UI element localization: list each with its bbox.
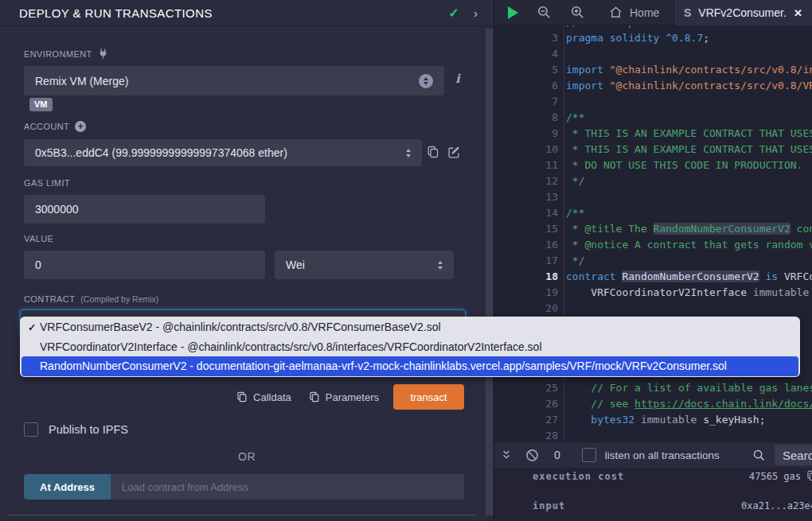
line-number: 3: [494, 30, 558, 46]
line-number: 13: [494, 189, 558, 205]
editor-tabbar: Home S VRFv2Consumer.sol ✕: [494, 0, 812, 25]
contract-dropdown-option[interactable]: RandomNumberConsumerV2 - documentation-g…: [21, 356, 798, 376]
edit-account-icon[interactable]: [447, 146, 461, 159]
tab-home[interactable]: Home: [596, 0, 672, 25]
at-address-input[interactable]: [111, 474, 464, 500]
panel-header: DEPLOY & RUN TRANSACTIONS ✓ ›: [0, 0, 494, 26]
listen-all-transactions-checkbox[interactable]: [582, 448, 596, 462]
panel-divider: [8, 515, 476, 515]
contract-label-row: CONTRACT (Compiled by Remix): [24, 294, 158, 304]
code-line: 12 */: [494, 173, 812, 189]
transact-button[interactable]: transact: [393, 384, 464, 410]
value-unit-select[interactable]: Wei: [275, 251, 454, 279]
line-content: import "@chainlink/contracts/src/v0.8/in…: [564, 62, 812, 78]
account-select[interactable]: 0x5B3...eddC4 (99.99999999999997374068 e…: [24, 139, 422, 166]
line-number: 15: [494, 221, 558, 237]
line-number: 12: [494, 173, 558, 189]
at-address-button[interactable]: At Address: [24, 474, 111, 500]
home-icon: [609, 6, 623, 19]
publish-to-ipfs-checkbox[interactable]: [24, 422, 38, 437]
line-content: /**: [564, 205, 584, 221]
value-label: VALUE: [24, 234, 53, 243]
code-line: 16 * @notice A contract that gets random…: [494, 237, 812, 253]
run-script-play-icon[interactable]: [508, 6, 518, 19]
panel-collapse-chevron-icon[interactable]: ›: [474, 6, 478, 20]
line-number: 9: [494, 126, 558, 142]
gas-limit-input[interactable]: [24, 195, 265, 224]
code-line: 15 * @title The RandomNumberConsumerV2 c…: [494, 221, 812, 237]
add-account-icon[interactable]: +: [75, 121, 86, 132]
code-line: 17 */: [494, 253, 812, 269]
option-label: RandomNumberConsumerV2 - documentation-g…: [40, 360, 727, 372]
code-line: 20: [494, 301, 812, 317]
copy-account-icon[interactable]: [427, 146, 439, 158]
option-check-icon: ✓: [28, 321, 40, 333]
terminal-expand-chevrons-icon[interactable]: [501, 449, 512, 461]
code-line: 6import "@chainlink/contracts/src/v0.8/V…: [494, 78, 812, 94]
tab-vrfv2consumer[interactable]: S VRFv2Consumer.sol ✕: [673, 0, 812, 25]
environment-label-row: ENVIRONMENT: [24, 49, 108, 59]
terminal-body: execution cost 47565 gas input 0xa21...a…: [494, 468, 812, 521]
value-input[interactable]: [24, 251, 265, 279]
contract-sublabel: (Compiled by Remix): [80, 294, 158, 304]
code-line: 11 * DO NOT USE THIS CODE IN PRODUCTION.: [494, 157, 812, 173]
contract-dropdown: ✓VRFConsumerBaseV2 - @chainlink/contract…: [20, 317, 800, 377]
line-number: 7: [494, 94, 558, 110]
plug-icon: [98, 49, 108, 59]
code-line: 13: [494, 189, 812, 205]
code-line: 28: [494, 428, 812, 441]
zoom-out-icon[interactable]: [537, 5, 552, 20]
option-label: VRFConsumerBaseV2 - @chainlink/contracts…: [40, 321, 441, 333]
line-number: 17: [494, 253, 558, 269]
value-label-row: VALUE: [24, 234, 53, 243]
tab-active-label: VRFv2Consumer.sol: [698, 6, 787, 19]
solidity-file-icon: S: [684, 6, 691, 19]
panel-scrollbar[interactable]: [486, 29, 493, 515]
contract-dropdown-option[interactable]: VRFCoordinatorV2Interface - @chainlink/c…: [21, 337, 798, 357]
line-content: import "@chainlink/contracts/src/v0.8/VR…: [564, 78, 812, 94]
code-editor[interactable]: 2// An example of a consumer contract th…: [494, 25, 812, 441]
environment-select[interactable]: Remix VM (Merge): [24, 66, 444, 95]
select-arrows-icon: [419, 74, 433, 88]
code-line: 27 bytes32 immutable s_keyHash;: [494, 412, 812, 428]
account-label-row: ACCOUNT +: [24, 121, 86, 132]
line-number: 6: [494, 78, 558, 94]
line-number: 18: [494, 269, 558, 285]
code-line: 9 * THIS IS AN EXAMPLE CONTRACT THAT USE…: [494, 126, 812, 142]
line-number: 26: [494, 396, 558, 412]
editor-column: Home S VRFv2Consumer.sol ✕ 2// An exampl…: [494, 0, 812, 521]
contract-dropdown-option[interactable]: ✓VRFConsumerBaseV2 - @chainlink/contract…: [21, 317, 798, 337]
terminal-key: input: [533, 500, 565, 511]
code-line: 26 // see https://docs.chain.link/docs/v…: [494, 396, 812, 412]
environment-info-icon[interactable]: i: [455, 72, 460, 86]
code-lines: 2// An example of a consumer contract th…: [494, 25, 812, 441]
calldata-label: Calldata: [253, 391, 291, 403]
parameters-action[interactable]: Parameters: [309, 391, 379, 403]
line-number: 19: [494, 285, 558, 301]
terminal-search-input[interactable]: [775, 445, 812, 465]
gas-limit-label-row: GAS LIMIT: [24, 178, 70, 188]
code-line: 7: [494, 94, 812, 110]
zoom-in-icon[interactable]: [570, 5, 585, 20]
calldata-action[interactable]: Calldata: [236, 391, 291, 403]
line-number: 25: [494, 380, 558, 396]
line-content: * DO NOT USE THIS CODE IN PRODUCTION.: [564, 157, 802, 173]
copy-icon[interactable]: [806, 470, 812, 481]
deploy-action-row: Calldata Parameters transact: [0, 384, 464, 410]
listen-all-transactions-label: listen on all transactions: [605, 449, 720, 461]
contract-label: CONTRACT: [24, 294, 75, 304]
line-content: * THIS IS AN EXAMPLE CONTRACT THAT USES …: [564, 142, 812, 157]
line-number: 14: [494, 205, 558, 221]
code-line: 3pragma solidity ^0.8.7;: [494, 30, 812, 46]
clear-console-ban-icon[interactable]: [525, 449, 539, 462]
terminal-key: execution cost: [533, 471, 624, 482]
line-content: VRFCoordinatorV2Interface immutable COOR…: [564, 285, 812, 301]
line-content: [564, 94, 566, 110]
select-arrows-icon: [438, 261, 443, 270]
or-separator: OR: [0, 450, 494, 463]
tab-close-icon[interactable]: ✕: [794, 7, 802, 19]
line-content: [564, 428, 566, 441]
line-content: */: [564, 253, 584, 269]
code-line: 8/**: [494, 110, 812, 126]
code-line: 4: [494, 46, 812, 62]
